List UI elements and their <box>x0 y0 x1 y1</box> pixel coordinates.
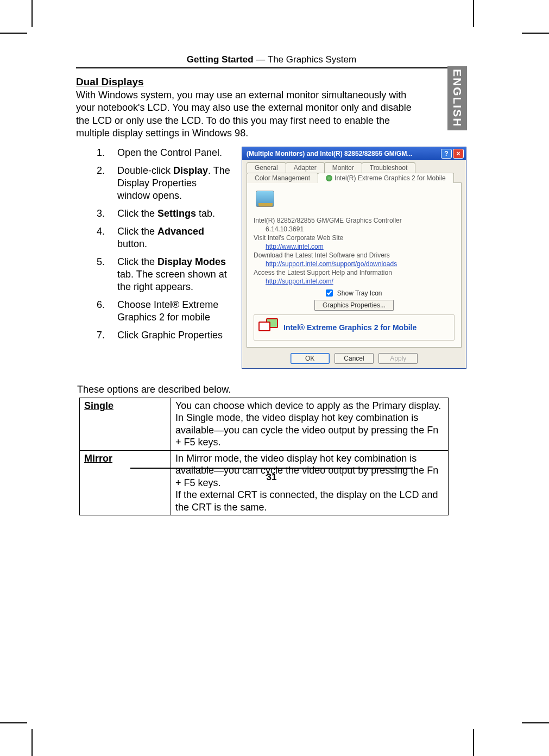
dialog-tabpanel: Intel(R) 82852/82855 GM/GME Graphics Con… <box>247 182 462 348</box>
section-title: Dual Displays <box>76 76 467 88</box>
step-number: 3. <box>97 207 117 220</box>
steps-column: 1.Open the Control Panel.2.Double-click … <box>76 147 231 369</box>
download-label: Download the Latest Intel Software and D… <box>254 251 455 259</box>
tab-general[interactable]: General <box>247 162 286 173</box>
step-item: 5.Click the Display Modes tab. The scree… <box>97 256 231 293</box>
step-number: 1. <box>97 147 117 159</box>
download-link[interactable]: http://support.intel.com/support/go/down… <box>266 260 397 268</box>
options-intro: These options are described below. <box>77 384 467 395</box>
dialog-tabs: General Adapter Monitor Troubleshoot Col… <box>247 162 462 183</box>
step-text: Click the Display Modes tab. The screen … <box>117 256 231 293</box>
dialog-button-row: OK Cancel Apply <box>247 353 462 364</box>
footer-rule <box>130 468 413 469</box>
properties-dialog: (Multiple Monitors) and Intel(R) 82852/8… <box>242 147 466 369</box>
step-item: 2.Double-click Display. The Display Prop… <box>97 165 231 202</box>
step-text: Double-click Display. The Display Proper… <box>117 165 231 202</box>
intel-tab-icon <box>326 175 332 181</box>
table-row: SingleYou can choose which device to app… <box>80 398 449 450</box>
tab-color-management[interactable]: Color Management <box>247 173 318 183</box>
step-number: 5. <box>97 256 117 293</box>
show-tray-icon-checkbox[interactable] <box>326 289 333 297</box>
tab-monitor[interactable]: Monitor <box>324 162 362 173</box>
step-item: 3.Click the Settings tab. <box>97 207 231 220</box>
visit-label: Visit Intel's Corporate Web Site <box>254 234 455 242</box>
tab-intel-graphics[interactable]: Intel(R) Extreme Graphics 2 for Mobile <box>318 173 454 183</box>
page-number: 31 <box>76 472 467 483</box>
step-text: Click the Advanced button. <box>117 225 231 250</box>
tab-troubleshoot[interactable]: Troubleshoot <box>362 162 416 173</box>
brand-text: Intel® Extreme Graphics 2 for Mobile <box>283 323 417 332</box>
visit-link[interactable]: http://www.intel.com <box>266 243 324 250</box>
step-item: 6.Choose Intel® Extreme Graphics 2 for m… <box>97 299 231 324</box>
step-text: Click the Settings tab. <box>117 207 231 220</box>
apply-button[interactable]: Apply <box>378 353 418 364</box>
options-table: SingleYou can choose which device to app… <box>79 398 449 516</box>
tab-adapter[interactable]: Adapter <box>286 162 325 173</box>
step-text: Open the Control Panel. <box>117 147 231 159</box>
step-number: 7. <box>97 329 117 342</box>
page-footer: 31 <box>76 468 467 483</box>
step-item: 1.Open the Control Panel. <box>97 147 231 159</box>
support-label: Access the Latest Support Help and Infor… <box>254 269 455 276</box>
graphics-properties-button[interactable]: Graphics Properties... <box>314 300 394 311</box>
page-header: Getting Started — The Graphics System <box>76 54 467 65</box>
help-button[interactable]: ? <box>441 149 452 159</box>
header-chapter: Getting Started <box>187 54 254 65</box>
brand-icon <box>258 318 278 337</box>
step-item: 4.Click the Advanced button. <box>97 225 231 250</box>
cancel-button[interactable]: Cancel <box>335 353 374 364</box>
controller-name: Intel(R) 82852/82855 GM/GME Graphics Con… <box>254 217 455 224</box>
step-number: 4. <box>97 225 117 250</box>
ok-button[interactable]: OK <box>291 353 330 364</box>
header-rule <box>76 67 467 68</box>
brand-row: Intel® Extreme Graphics 2 for Mobile <box>254 314 455 341</box>
header-section: The Graphics System <box>268 54 356 65</box>
driver-version: 6.14.10.3691 <box>254 225 455 233</box>
step-text: Click Graphic Properties <box>117 329 231 342</box>
close-button[interactable]: × <box>453 149 464 159</box>
show-tray-icon-label: Show Tray Icon <box>337 289 382 297</box>
intro-paragraph: With Windows system, you may use an exte… <box>76 89 424 140</box>
option-desc: You can choose which device to apply as … <box>171 398 449 450</box>
step-text: Choose Intel® Extreme Graphics 2 for mob… <box>117 299 231 324</box>
option-name: Single <box>80 398 171 450</box>
support-link[interactable]: http://support.intel.com/ <box>266 278 333 285</box>
step-item: 7.Click Graphic Properties <box>97 329 231 342</box>
page-content: Getting Started — The Graphics System EN… <box>76 54 467 515</box>
language-tab: ENGLISH <box>447 66 467 130</box>
dialog-titlebar: (Multiple Monitors) and Intel(R) 82852/8… <box>242 147 466 160</box>
dialog-title: (Multiple Monitors) and Intel(R) 82852/8… <box>247 150 440 158</box>
step-number: 2. <box>97 165 117 202</box>
display-icon <box>256 191 274 207</box>
step-number: 6. <box>97 299 117 324</box>
